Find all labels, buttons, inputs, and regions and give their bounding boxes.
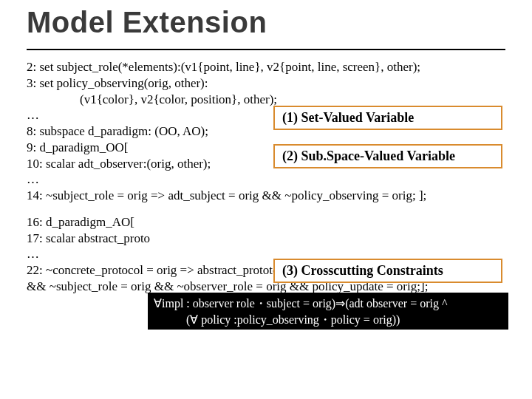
formula-row-2: (∀ policy :policy_observing・policy = ori… bbox=[154, 312, 502, 328]
page-title: Model Extension bbox=[27, 6, 267, 39]
line-16: 16: d_paradigm_AO[ bbox=[27, 214, 505, 231]
line-2: 2: set subject_role(*elements):(v1{point… bbox=[27, 59, 505, 75]
line-17: 17: scalar abstract_proto bbox=[27, 231, 505, 247]
callout-set-valued: (1) Set-Valued Variable bbox=[273, 106, 502, 130]
slide: Model Extension 2: set subject_role(*ele… bbox=[0, 0, 532, 399]
spacer bbox=[27, 204, 505, 214]
formula-row-1: ∀impl : observer role・subject = orig)⇒(a… bbox=[154, 296, 502, 312]
callout-crosscutting: (3) Crosscutting Constraints bbox=[273, 259, 502, 283]
line-3b-text: (v1{color}, v2{color, position}, other); bbox=[27, 92, 277, 108]
line-14: 14: ~subject_role = orig => adt_subject … bbox=[27, 188, 505, 204]
formula-box: ∀impl : observer role・subject = orig)⇒(a… bbox=[148, 293, 508, 330]
line-3: 3: set policy_observing(orig, other): bbox=[27, 75, 505, 92]
title-underline bbox=[27, 49, 505, 50]
line-3b: (v1{color}, v2{color, position}, other); bbox=[27, 92, 505, 108]
callout-subspace-valued: (2) Sub.Space-Valued Variable bbox=[273, 144, 502, 168]
ellipsis-2: … bbox=[27, 171, 505, 188]
